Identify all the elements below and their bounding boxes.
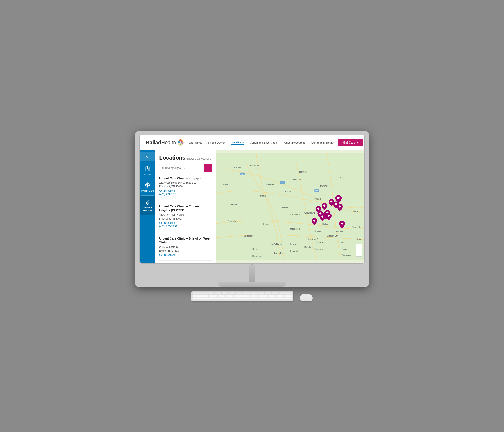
monitor-notch <box>251 263 253 265</box>
svg-point-67 <box>341 223 343 225</box>
monitor-base <box>218 282 286 287</box>
location-phone-1[interactable]: (423) 224-3950 <box>159 225 212 228</box>
svg-point-64 <box>335 203 337 205</box>
key <box>236 292 243 294</box>
svg-text:Greenville: Greenville <box>316 241 324 243</box>
map-zoom-in-button[interactable]: + <box>356 244 362 250</box>
svg-point-6 <box>147 204 148 205</box>
nav-find-doctor[interactable]: Find a Doctor <box>208 141 225 144</box>
svg-text:Middlesboro: Middlesboro <box>244 235 253 237</box>
sidebar-item-urgent-care[interactable]: Urgent Care <box>140 179 155 195</box>
nav-patient[interactable]: Patient Resources <box>283 141 305 144</box>
svg-text:Corbin: Corbin <box>263 223 269 225</box>
svg-text:Williamsburg: Williamsburg <box>290 214 301 216</box>
monitor-wrapper: BalladHealth Wait Times F <box>135 131 369 301</box>
urgent-care-label: Urgent Care <box>141 189 154 192</box>
location-address2-0: Kingsport, TN 37660 <box>159 185 212 189</box>
key <box>271 292 278 294</box>
nav-locations[interactable]: Locations <box>231 141 244 145</box>
svg-text:Rogersville: Rogersville <box>314 248 323 250</box>
key <box>193 292 200 294</box>
svg-text:Frankfort: Frankfort <box>299 171 307 173</box>
nav-community[interactable]: Community Health <box>311 141 334 144</box>
key <box>268 295 275 297</box>
key <box>265 292 271 294</box>
svg-text:Boone: Boone <box>338 241 344 243</box>
svg-text:Wytheville: Wytheville <box>352 226 361 228</box>
nav-links: Wait Times Find a Doctor Locations Condi… <box>189 141 334 145</box>
svg-text:Knoxville: Knoxville <box>290 243 297 245</box>
arrow-icon: → <box>206 166 209 170</box>
nav-wait-times[interactable]: Wait Times <box>189 141 202 144</box>
svg-point-58 <box>321 216 323 217</box>
locations-title: Locations <box>159 154 185 161</box>
key <box>284 295 292 297</box>
svg-text:Williamsburg: Williamsburg <box>304 212 315 214</box>
key <box>243 292 250 294</box>
physician-label: Physician Practices <box>141 206 154 212</box>
locations-header: Locations showing 13 locations <box>159 154 212 161</box>
monitor-bezel: BalladHealth Wait Times F <box>139 135 365 263</box>
key-backspace <box>279 292 292 294</box>
location-card-2: Urgent Care Clinic – Bristol on West Sta… <box>159 236 212 261</box>
svg-text:Morehead: Morehead <box>293 179 301 181</box>
hospital-icon <box>144 165 151 171</box>
svg-point-61 <box>328 214 330 216</box>
svg-text:London: London <box>282 207 288 209</box>
svg-text:Abingdon: Abingdon <box>336 230 344 232</box>
get-care-button[interactable]: Get Care ▾ <box>338 139 363 146</box>
svg-text:Pikeville: Pikeville <box>314 198 321 200</box>
svg-text:Pigeon Forge: Pigeon Forge <box>274 252 285 254</box>
main-content: All Hospitals <box>140 150 364 263</box>
key <box>229 292 235 294</box>
chevron-down-icon: ▾ <box>357 141 358 144</box>
key <box>251 295 258 297</box>
screen: BalladHealth Wait Times F <box>140 135 364 263</box>
key-space <box>193 297 292 299</box>
monitor-screen-container: BalladHealth Wait Times F <box>135 131 369 287</box>
search-input[interactable] <box>160 165 204 171</box>
key <box>226 295 234 297</box>
key <box>257 292 264 294</box>
location-name-0: Urgent Care Clinic – Kingsport <box>159 176 212 180</box>
svg-point-66 <box>339 206 341 207</box>
nav-conditions[interactable]: Conditions & Services <box>250 141 277 144</box>
location-directions-0[interactable]: Get Directions <box>159 189 212 192</box>
svg-text:Stanton: Stanton <box>260 195 266 197</box>
location-address1-0: 111 West Stone Drive, Suite 110 <box>159 181 212 185</box>
physician-icon <box>144 199 151 205</box>
location-directions-2[interactable]: Get Directions <box>159 253 212 257</box>
all-label: All <box>146 155 149 158</box>
urgent-care-icon <box>144 182 151 188</box>
location-name-1: Urgent Care Clinic – Colonial Heights (C… <box>159 204 212 212</box>
svg-point-65 <box>337 197 340 199</box>
svg-text:Logan: Logan <box>341 177 346 179</box>
svg-text:Somerset: Somerset <box>229 204 237 206</box>
map-zoom-out-button[interactable]: − <box>356 250 362 256</box>
monitor-neck <box>243 265 261 282</box>
location-address2-2: Bristol, TN 37620 <box>159 249 212 253</box>
locations-count: showing 13 locations <box>187 157 211 160</box>
location-card-1: Urgent Care Clinic – Colonial Heights (C… <box>159 204 212 232</box>
sidebar-item-all[interactable]: All <box>140 152 155 162</box>
svg-text:Big Stone Gap: Big Stone Gap <box>308 238 320 240</box>
mouse <box>300 294 313 301</box>
svg-point-5 <box>147 200 148 201</box>
svg-text:Kingsport: Kingsport <box>314 230 322 232</box>
search-button[interactable]: → <box>204 164 212 172</box>
key <box>243 295 250 297</box>
map-svg: 460 81 19W Lexington <box>216 150 364 263</box>
search-bar: → <box>159 164 212 172</box>
svg-text:Johnson City: Johnson City <box>327 235 338 237</box>
sidebar: All Hospitals <box>140 150 155 263</box>
sidebar-item-physician[interactable]: Physician Practices <box>140 196 155 215</box>
map-area[interactable]: 460 81 19W Lexington <box>216 150 364 263</box>
keyboard-area <box>191 291 313 301</box>
key <box>207 292 214 294</box>
location-directions-1[interactable]: Get Directions <box>159 221 212 225</box>
svg-text:Galax: Galax <box>356 238 361 240</box>
sidebar-item-hospitals[interactable]: Hospitals <box>140 162 155 178</box>
svg-text:Athens: Athens <box>252 248 258 250</box>
listing-panel: Locations showing 13 locations → Urgent … <box>155 150 216 263</box>
location-phone-0[interactable]: (423) 224-3701 <box>159 193 212 196</box>
